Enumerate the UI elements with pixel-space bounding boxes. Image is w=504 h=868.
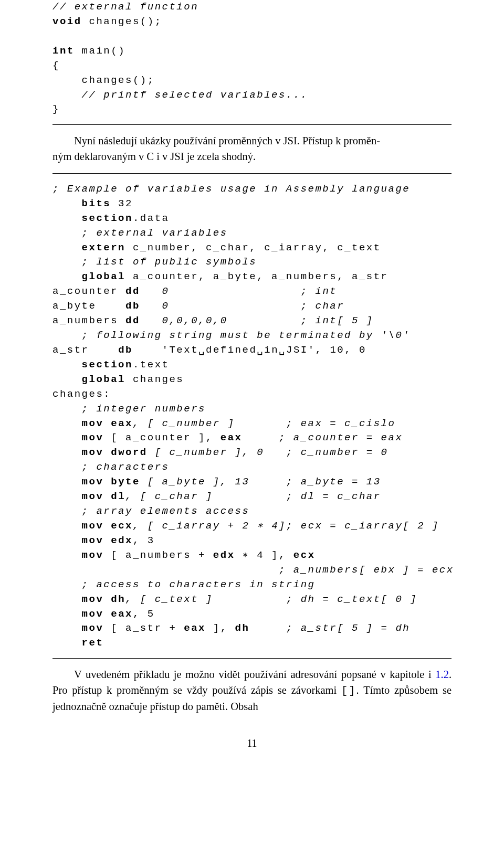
code-keyword: global xyxy=(82,374,125,385)
code-text: [ a_numbers + xyxy=(103,549,213,561)
code-comment: ; integer numbers xyxy=(52,403,206,415)
page: // external function void changes(); int… xyxy=(0,0,504,781)
code-text: a_str xyxy=(52,344,118,356)
code-keyword: eax xyxy=(220,432,243,443)
horizontal-rule xyxy=(52,124,452,125)
code-text: ; a_str[ 5 ] = dh xyxy=(249,622,410,634)
code-text: , [ c_iarray + 2 ∗ 4]; ecx = c_iarray[ 2… xyxy=(133,520,439,532)
code-keyword: global xyxy=(82,271,125,282)
code-keyword: mov xyxy=(82,432,104,443)
paragraph-explanation: V uvedeném příkladu je možno vidět použí… xyxy=(52,667,452,714)
code-keyword: dd xyxy=(125,315,140,326)
code-keyword: edx xyxy=(111,535,133,546)
code-comment: ; list of public symbols xyxy=(52,256,257,268)
code-comment: ; access to characters in string xyxy=(52,579,315,590)
code-keyword: dl xyxy=(111,491,125,502)
code-text: } xyxy=(52,103,60,115)
code-text: , [ c_number ] ; eax = c_cislo xyxy=(133,418,395,429)
code-keyword: ecx xyxy=(111,520,133,532)
code-comment: ; following string must be terminated by… xyxy=(52,330,410,341)
code-text: [ a_str + xyxy=(103,622,184,634)
code-text: a_byte xyxy=(52,300,125,312)
code-text: { xyxy=(52,60,60,71)
code-keyword: bits xyxy=(82,198,111,209)
code-keyword: mov xyxy=(82,520,104,532)
code-comment: ; external variables xyxy=(52,227,228,239)
code-keyword: mov xyxy=(82,608,104,620)
code-keyword: mov xyxy=(82,622,104,634)
code-text: 0,0,0,0,0 ; int[ 5 ] xyxy=(140,315,374,326)
chapter-link[interactable]: 1.2 xyxy=(435,669,449,680)
code-text: ; a_counter = eax xyxy=(242,432,403,443)
code-keyword: dh xyxy=(111,594,125,605)
code-text: changes(); xyxy=(52,75,155,86)
code-keyword: byte xyxy=(111,476,140,488)
code-keyword: dh xyxy=(235,622,250,634)
code-block-external-function: // external function void changes(); int… xyxy=(52,0,452,117)
horizontal-rule xyxy=(52,658,452,659)
code-text: ∗ 4 ], xyxy=(235,549,293,561)
code-text: .data xyxy=(133,213,170,224)
code-text: a_numbers xyxy=(52,315,125,326)
code-keyword: int xyxy=(52,45,75,57)
code-keyword: eax xyxy=(111,418,133,429)
code-comment: // printf selected variables... xyxy=(52,89,308,101)
code-keyword: dword xyxy=(111,447,148,458)
code-text: .text xyxy=(133,359,170,371)
code-keyword: void xyxy=(52,16,82,27)
code-text: c_number, c_char, c_iarray, c_text xyxy=(125,242,381,253)
code-text: 32 xyxy=(111,198,133,209)
code-text: , [ c_char ] ; dl = c_char xyxy=(125,491,381,502)
code-keyword: db xyxy=(125,300,140,312)
code-comment: ; a_numbers[ ebx ] = ecx xyxy=(52,564,454,576)
code-keyword: mov xyxy=(82,491,104,502)
code-keyword: db xyxy=(118,344,133,356)
code-text: main() xyxy=(75,45,125,57)
code-text: 0 ; int xyxy=(140,285,337,297)
code-text: changes xyxy=(125,374,184,385)
paragraph-intro-jsi: Nyní následují ukázky používání proměnný… xyxy=(52,133,452,164)
code-keyword: mov xyxy=(82,418,104,429)
code-block-assembly-example: ; Example of variables usage in Assembly… xyxy=(52,182,452,651)
code-text: ], xyxy=(206,622,235,634)
code-keyword: ret xyxy=(82,637,104,649)
code-text: a_counter, a_byte, a_numbers, a_str xyxy=(125,271,388,282)
code-text: [ c_number ], 0 ; c_number = 0 xyxy=(148,447,388,458)
code-keyword: eax xyxy=(184,622,206,634)
code-keyword: ecx xyxy=(293,549,316,561)
code-keyword: mov xyxy=(82,535,104,546)
code-text: 0 ; char xyxy=(140,300,344,312)
code-keyword: mov xyxy=(82,476,104,488)
inline-code: [] xyxy=(341,685,356,697)
code-comment: ; Example of variables usage in Assembly… xyxy=(52,183,410,195)
code-keyword: extern xyxy=(82,242,125,253)
code-keyword: section xyxy=(82,359,133,371)
code-keyword: mov xyxy=(82,549,104,561)
code-text: , 5 xyxy=(133,608,155,620)
code-keyword: mov xyxy=(82,594,104,605)
code-text: , [ c_text ] ; dh = c_text[ 0 ] xyxy=(125,594,417,605)
paragraph-text: ným deklarovaným v C i v JSI je zcela sh… xyxy=(52,151,256,162)
code-keyword: eax xyxy=(111,608,133,620)
code-text: [ a_counter ], xyxy=(103,432,220,443)
code-comment: // external function xyxy=(52,1,198,13)
code-text: changes(); xyxy=(82,16,162,27)
paragraph-text: Nyní následují ukázky používání proměnný… xyxy=(74,135,380,146)
horizontal-rule xyxy=(52,173,452,174)
code-text: changes: xyxy=(52,388,111,400)
paragraph-text: V uvedeném příkladu je možno vidět použí… xyxy=(74,669,435,680)
code-keyword: mov xyxy=(82,447,104,458)
code-comment: ; characters xyxy=(52,461,169,473)
code-keyword: dd xyxy=(125,285,140,297)
code-comment: ; array elements access xyxy=(52,505,249,517)
page-number: 11 xyxy=(52,737,452,749)
code-keyword: edx xyxy=(213,549,235,561)
code-text: a_counter xyxy=(52,285,125,297)
code-text: , 3 xyxy=(133,535,155,546)
code-text: 'Text␣defined␣in␣JSI', 10, 0 xyxy=(133,344,366,356)
code-text: [ a_byte ], 13 ; a_byte = 13 xyxy=(140,476,381,488)
code-keyword: section xyxy=(82,213,133,224)
